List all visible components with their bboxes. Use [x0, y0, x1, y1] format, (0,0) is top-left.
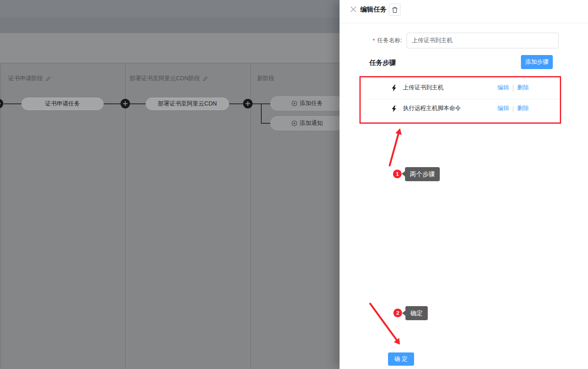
add-stage-button[interactable] — [120, 99, 130, 108]
step-actions: 编辑 | 删除 — [497, 84, 529, 91]
connector-line — [261, 123, 270, 124]
page-top-bar — [0, 0, 340, 17]
delete-step-link[interactable]: 删除 — [517, 84, 529, 91]
add-task-button[interactable]: 添加任务 — [270, 96, 340, 110]
annotation-badge-2: 2 — [393, 309, 402, 317]
annotation-tooltip-2: 确定 — [405, 306, 428, 320]
edit-stage-icon[interactable] — [46, 76, 51, 81]
steps-section-title: 任务步骤 — [369, 59, 396, 67]
link-separator: | — [512, 84, 514, 91]
stage-title-text: 部署证书至阿里云CDN阶段 — [130, 75, 200, 82]
header-divider — [340, 23, 588, 23]
link-separator: | — [512, 105, 514, 112]
edit-step-link[interactable]: 编辑 — [497, 105, 509, 112]
step-name: 执行远程主机脚本命令 — [403, 105, 461, 112]
add-stage-button[interactable] — [0, 99, 3, 108]
connector-branch-line — [261, 103, 262, 123]
task-name-label: 任务名称: — [377, 37, 402, 44]
add-step-button[interactable]: 添加步骤 — [521, 55, 553, 69]
stage-divider — [0, 63, 1, 369]
delete-task-button[interactable] — [389, 4, 400, 16]
task-name-input[interactable] — [407, 33, 559, 48]
edit-task-drawer: 编辑任务 * 任务名称: 任务步骤 添加步骤 上传证书到主机 编辑 | 删除 执… — [340, 0, 588, 369]
connector-line — [229, 103, 243, 104]
step-row-1[interactable]: 上传证书到主机 编辑 | 删除 — [359, 77, 561, 99]
close-icon[interactable] — [350, 6, 357, 13]
stage-title-3: 新阶段 — [257, 75, 275, 82]
lightning-icon — [391, 105, 397, 112]
edit-stage-icon[interactable] — [202, 76, 208, 81]
annotation-tooltip-1: 两个步骤 — [405, 167, 440, 181]
delete-step-link[interactable]: 删除 — [517, 105, 529, 112]
stage-title-2: 部署证书至阿里云CDN阶段 — [130, 75, 208, 82]
pipeline-canvas: 证书申请阶段 部署证书至阿里云CDN阶段 新阶段 证书申请任务 部署证书至阿里云… — [0, 0, 340, 369]
connector-line — [4, 103, 22, 104]
annotation-badge-1: 1 — [393, 170, 402, 178]
step-row-2[interactable]: 执行远程主机脚本命令 编辑 | 删除 — [359, 99, 561, 121]
circle-plus-icon — [292, 120, 297, 126]
stage-title-text: 新阶段 — [257, 75, 275, 82]
canvas-toolbar-band — [0, 33, 340, 63]
required-mark: * — [373, 37, 375, 44]
add-task-label: 添加任务 — [300, 100, 323, 107]
stage-title-1: 证书申请阶段 — [8, 75, 51, 82]
add-stage-button[interactable] — [243, 99, 253, 108]
lightning-icon — [391, 85, 397, 91]
add-notify-button[interactable]: 添加通知 — [270, 116, 340, 130]
task-node-cert-request[interactable]: 证书申请任务 — [22, 98, 104, 110]
confirm-button[interactable]: 确 定 — [388, 352, 414, 366]
task-node-label: 部署证书至阿里云CDN — [158, 100, 217, 108]
page-sub-bar — [0, 17, 340, 33]
circle-plus-icon — [292, 101, 297, 106]
stage-divider — [125, 63, 125, 369]
stage-divider — [251, 63, 251, 369]
connector-line — [130, 103, 146, 104]
trash-icon — [392, 7, 398, 13]
edit-step-link[interactable]: 编辑 — [497, 84, 509, 91]
task-node-deploy-cdn[interactable]: 部署证书至阿里云CDN — [146, 98, 229, 110]
drawer-title: 编辑任务 — [360, 5, 387, 14]
step-name: 上传证书到主机 — [403, 84, 443, 91]
task-node-label: 证书申请任务 — [45, 100, 80, 108]
connector-line — [104, 103, 121, 104]
stage-title-text: 证书申请阶段 — [8, 75, 43, 82]
add-notify-label: 添加通知 — [300, 120, 323, 127]
step-actions: 编辑 | 删除 — [497, 105, 529, 112]
